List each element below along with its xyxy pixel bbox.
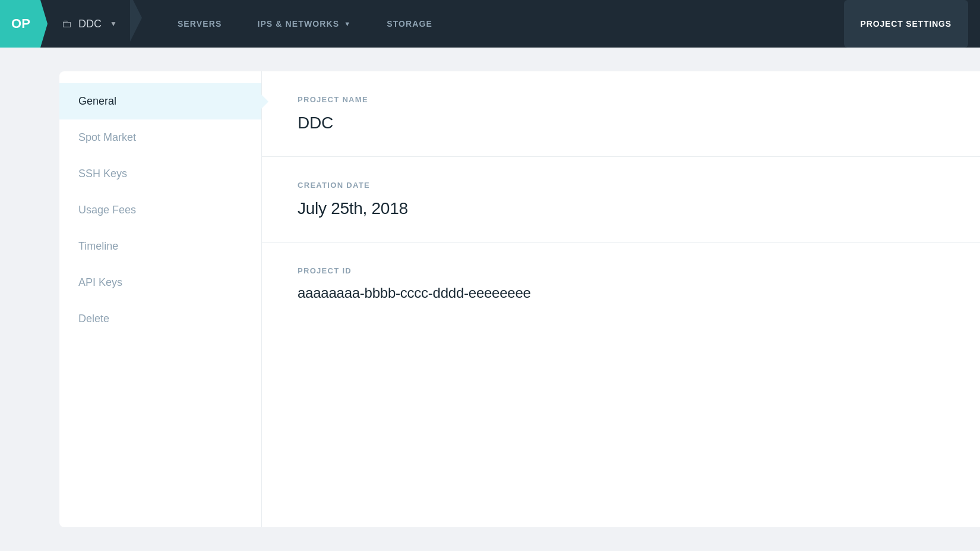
creation-date-label: CREATION DATE <box>298 181 944 190</box>
sidebar-item-usage-fees[interactable]: Usage Fees <box>59 192 261 228</box>
main-container: General Spot Market SSH Keys Usage Fees … <box>0 48 980 551</box>
project-id-value: aaaaaaaa-bbbb-cccc-dddd-eeeeeeee <box>298 285 944 301</box>
project-id-label: PROJECT ID <box>298 266 944 275</box>
ips-networks-label: IPs & NETWORKS <box>257 19 339 29</box>
project-name-section: PROJECT NAME DDC <box>262 71 980 157</box>
project-id-section: PROJECT ID aaaaaaaa-bbbb-cccc-dddd-eeeee… <box>262 243 980 325</box>
app-header: OP 🗀 DDC ▼ SERVERS IPs & NETWORKS ▼ STOR… <box>0 0 980 48</box>
app-logo[interactable]: OP <box>0 0 48 48</box>
settings-content: PROJECT NAME DDC CREATION DATE July 25th… <box>261 71 980 527</box>
sidebar-item-timeline[interactable]: Timeline <box>59 228 261 265</box>
sidebar-item-ssh-keys[interactable]: SSH Keys <box>59 156 261 192</box>
settings-sidebar: General Spot Market SSH Keys Usage Fees … <box>59 71 261 527</box>
main-nav: SERVERS IPs & NETWORKS ▼ STORAGE <box>160 0 450 48</box>
nav-item-servers[interactable]: SERVERS <box>160 0 240 48</box>
project-name-value: DDC <box>298 114 944 133</box>
ips-networks-chevron-icon: ▼ <box>344 20 351 27</box>
project-name-label: PROJECT NAME <box>298 95 944 104</box>
project-selector[interactable]: 🗀 DDC ▼ <box>48 18 136 30</box>
sidebar-item-api-keys[interactable]: API Keys <box>59 265 261 301</box>
folder-icon: 🗀 <box>62 18 72 30</box>
sidebar-item-general[interactable]: General <box>59 83 261 119</box>
chevron-down-icon: ▼ <box>110 20 117 28</box>
sidebar-item-delete[interactable]: Delete <box>59 301 261 337</box>
sidebar-item-spot-market[interactable]: Spot Market <box>59 119 261 156</box>
nav-item-ips-networks[interactable]: IPs & NETWORKS ▼ <box>239 0 369 48</box>
nav-item-storage[interactable]: STORAGE <box>369 0 450 48</box>
creation-date-value: July 25th, 2018 <box>298 199 944 218</box>
project-name-header: DDC <box>78 18 102 30</box>
creation-date-section: CREATION DATE July 25th, 2018 <box>262 157 980 243</box>
nav-item-project-settings[interactable]: PROJECT SETTINGS <box>844 0 968 48</box>
